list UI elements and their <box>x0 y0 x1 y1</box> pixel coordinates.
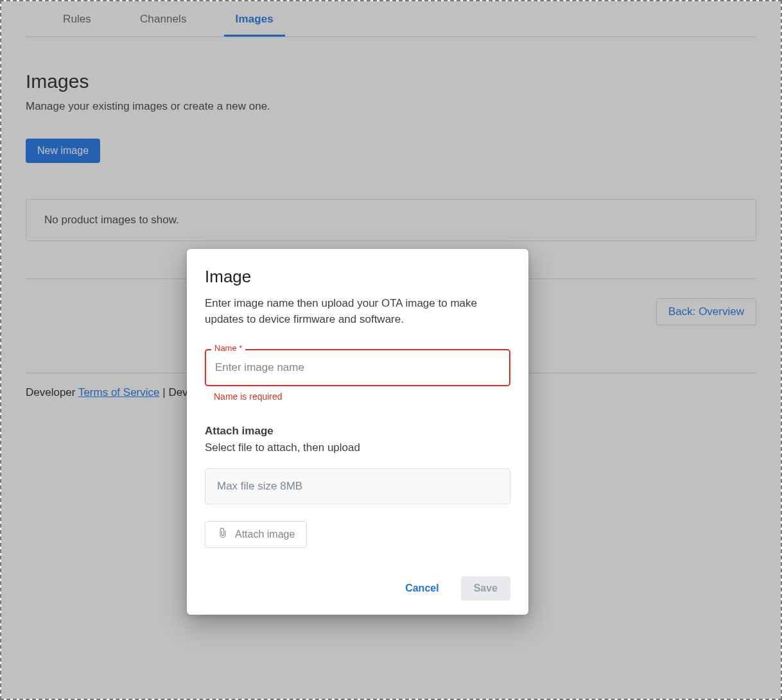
attach-description: Select file to attach, then upload <box>205 441 510 454</box>
cancel-button[interactable]: Cancel <box>396 576 447 601</box>
image-dialog: Image Enter image name then upload your … <box>187 249 528 615</box>
name-error-text: Name is required <box>205 391 510 402</box>
file-drop-box[interactable]: Max file size 8MB <box>205 468 510 504</box>
name-field: Name * Name is required <box>205 349 510 402</box>
dialog-title: Image <box>205 267 510 287</box>
attach-image-button[interactable]: Attach image <box>205 521 307 548</box>
save-button[interactable]: Save <box>461 576 510 601</box>
name-input[interactable] <box>205 349 510 386</box>
attach-heading: Attach image <box>205 425 510 438</box>
paperclip-icon <box>217 527 229 542</box>
name-label: Name * <box>211 343 245 353</box>
attach-image-label: Attach image <box>235 529 295 540</box>
dialog-subtitle: Enter image name then upload your OTA im… <box>205 296 510 327</box>
